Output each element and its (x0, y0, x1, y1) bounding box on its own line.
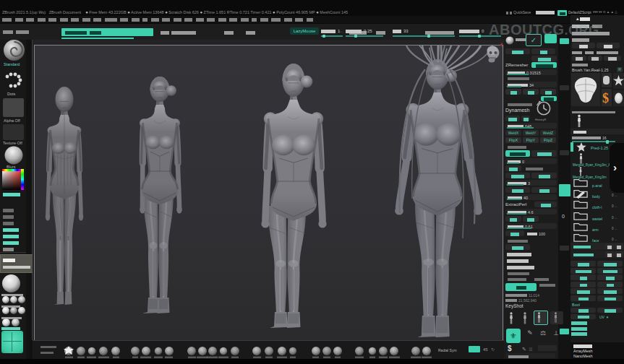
svg-text:$: $ (602, 91, 609, 105)
